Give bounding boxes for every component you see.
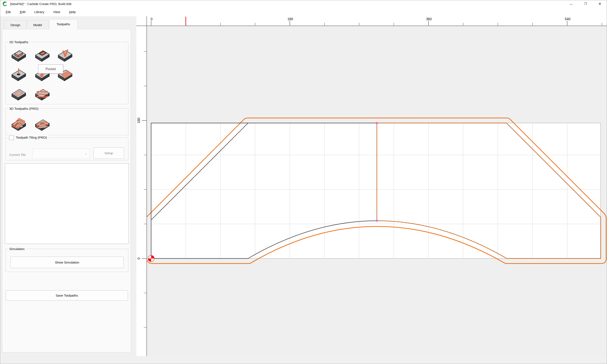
group-3d-label: 3D Toolpaths (PRO) bbox=[8, 107, 40, 111]
engrave-toolpath-icon[interactable] bbox=[10, 86, 27, 103]
ruler-x-label: 360 bbox=[426, 17, 432, 21]
menu-bar: FileEditLibraryViewHelp bbox=[0, 8, 607, 16]
show-simulation-button[interactable]: Show Simulation bbox=[11, 257, 124, 268]
rough-3d-toolpath-icon[interactable] bbox=[10, 117, 27, 133]
tab-model[interactable]: Model bbox=[27, 20, 49, 29]
tiling-checkbox[interactable] bbox=[9, 135, 14, 140]
maximize-button[interactable]: ❐ bbox=[578, 0, 593, 8]
origin-marker bbox=[148, 255, 154, 262]
menu-file[interactable]: File bbox=[1, 8, 15, 16]
menu-edit[interactable]: Edit bbox=[15, 8, 30, 16]
design-canvas[interactable]: 01803605400180 bbox=[136, 16, 607, 356]
group-3d-toolpaths: 3D Toolpaths (PRO) bbox=[5, 108, 128, 135]
finish-3d-toolpath-icon[interactable] bbox=[34, 117, 51, 133]
tab-design[interactable]: Design bbox=[4, 20, 26, 29]
app-logo-icon bbox=[3, 1, 7, 6]
menu-library[interactable]: Library bbox=[30, 8, 49, 16]
contour-toolpath-icon[interactable] bbox=[10, 48, 27, 65]
top-ruler bbox=[136, 16, 607, 26]
left-ruler bbox=[136, 16, 147, 356]
group-2d-toolpaths: 2D Toolpaths bbox=[5, 42, 128, 104]
tab-toolpaths[interactable]: Toolpaths bbox=[49, 19, 78, 29]
tiling-setup-button[interactable]: Setup bbox=[93, 147, 124, 159]
close-button[interactable]: ✕ bbox=[593, 0, 607, 8]
pocket-tooltip: Pocket bbox=[38, 65, 63, 74]
ruler-x-label: 540 bbox=[565, 17, 570, 21]
tiling-legend: Toolpath Tiling (PRO) bbox=[8, 135, 48, 140]
minimize-button[interactable]: — bbox=[564, 0, 578, 8]
vector-node[interactable] bbox=[376, 122, 378, 124]
tiling-label: Toolpath Tiling (PRO) bbox=[16, 135, 47, 140]
current-tile-label: Current Tile bbox=[9, 153, 26, 156]
chevron-down-icon: ⌄ bbox=[84, 152, 87, 155]
ruler-y-label: 180 bbox=[137, 118, 141, 123]
pocket-toolpath-icon[interactable] bbox=[34, 48, 51, 65]
current-tile-dropdown[interactable]: ⌄ bbox=[32, 149, 90, 159]
ruler-x-label: 180 bbox=[288, 17, 293, 21]
group-simulation: Simulation Show Simulation bbox=[5, 249, 128, 272]
ruler-x-label: 0 bbox=[151, 17, 153, 21]
stock-outline bbox=[151, 123, 601, 259]
group-2d-label: 2D Toolpaths bbox=[8, 40, 29, 44]
title-bar: [NewFile]* - Carbide Create PRO, Build 8… bbox=[0, 0, 607, 8]
simulation-label: Simulation bbox=[8, 247, 26, 251]
toolpath-list[interactable] bbox=[5, 163, 129, 244]
toolpaths-panel: 2D Toolpaths bbox=[2, 29, 131, 352]
ruler-y-label: 0 bbox=[137, 257, 141, 259]
drill-toolpath-icon[interactable] bbox=[10, 67, 27, 84]
vector-node[interactable] bbox=[376, 220, 378, 221]
group-toolpath-tiling: Toolpath Tiling (PRO) Current Tile ⌄ Set… bbox=[5, 138, 128, 160]
window-title: [NewFile]* - Carbide Create PRO, Build 8… bbox=[10, 0, 71, 8]
menu-help[interactable]: Help bbox=[65, 8, 80, 16]
save-toolpaths-button[interactable]: Save Toolpaths bbox=[6, 290, 128, 301]
cutout-toolpath-icon[interactable] bbox=[34, 86, 51, 103]
menu-view[interactable]: View bbox=[49, 8, 65, 16]
vcarve-toolpath-icon[interactable] bbox=[56, 48, 73, 65]
